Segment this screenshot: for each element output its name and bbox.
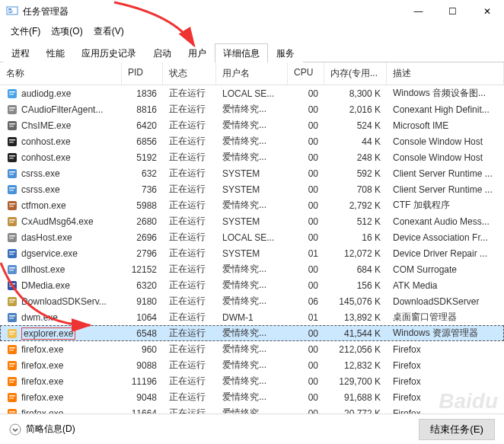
cell-name: CxAudMsg64.exe — [0, 214, 122, 229]
cell-desc: Device Association Fr... — [387, 231, 504, 244]
tab-startup[interactable]: 启动 — [145, 43, 180, 62]
cell-name: audiodg.exe — [0, 86, 122, 101]
cell-cpu: 00 — [288, 343, 324, 356]
svg-rect-44 — [9, 299, 15, 301]
process-row[interactable]: DMedia.exe6320正在运行爱情终究...00156 KATK Medi… — [0, 277, 504, 293]
process-row[interactable]: ctfmon.exe5988正在运行爱情终究...002,792 KCTF 加载… — [0, 197, 504, 213]
minimize-button[interactable]: — — [401, 0, 435, 23]
cell-pid: 12152 — [122, 263, 163, 276]
process-row[interactable]: CAudioFilterAgent...8816正在运行爱情终究...002,0… — [0, 101, 504, 117]
process-name: audiodg.exe — [21, 88, 71, 99]
cell-name: firefox.exe — [0, 342, 122, 357]
header-pid[interactable]: PID — [122, 62, 163, 85]
process-row[interactable]: CxAudMsg64.exe2680正在运行SYSTEM00512 KConex… — [0, 213, 504, 229]
process-row[interactable]: dwm.exe1064正在运行DWM-10113,892 K桌面窗口管理器 — [0, 309, 504, 325]
svg-rect-63 — [9, 398, 14, 399]
svg-rect-32 — [9, 235, 15, 237]
tab-details[interactable]: 详细信息 — [215, 43, 268, 62]
cell-mem: 41,544 K — [324, 327, 387, 340]
cell-status: 正在运行 — [163, 101, 216, 117]
cell-desc: Client Server Runtime ... — [387, 183, 504, 196]
cell-mem: 16 K — [324, 231, 387, 244]
cell-status: 正在运行 — [163, 133, 216, 149]
svg-rect-2 — [8, 11, 13, 11]
header-memory[interactable]: 内存(专用... — [324, 62, 387, 85]
cell-name: firefox.exe — [0, 374, 122, 389]
tab-performance[interactable]: 性能 — [38, 43, 73, 62]
cell-name: dllhost.exe — [0, 262, 122, 277]
cell-status: 正在运行 — [163, 325, 216, 341]
process-icon — [6, 391, 18, 404]
cell-desc: CTF 加载程序 — [387, 197, 504, 213]
svg-rect-57 — [9, 366, 14, 367]
cell-status: 正在运行 — [163, 277, 216, 293]
process-row[interactable]: dgservice.exe2796正在运行SYSTEM0112,072 KDev… — [0, 245, 504, 261]
brief-info-toggle[interactable]: 简略信息(D) — [9, 423, 75, 436]
svg-rect-51 — [9, 334, 14, 335]
tab-services[interactable]: 服务 — [268, 43, 303, 62]
cell-user: DWM-1 — [216, 311, 288, 324]
process-row[interactable]: dllhost.exe12152正在运行爱情终究...00684 KCOM Su… — [0, 261, 504, 277]
process-name: CxAudMsg64.exe — [21, 216, 94, 227]
process-row[interactable]: explorer.exe6548正在运行爱情终究...0041,544 KWin… — [0, 325, 504, 341]
cell-status: 正在运行 — [163, 309, 216, 325]
cell-mem: 512 K — [324, 215, 387, 228]
process-row[interactable]: DownloadSDKServ...9180正在运行爱情终究...06145,0… — [0, 293, 504, 309]
cell-status: 正在运行 — [163, 293, 216, 309]
cell-status: 正在运行 — [163, 357, 216, 373]
process-icon — [6, 88, 18, 100]
tab-app-history[interactable]: 应用历史记录 — [73, 43, 145, 62]
cell-pid: 5192 — [122, 151, 163, 165]
svg-rect-14 — [9, 139, 15, 141]
process-row[interactable]: firefox.exe9048正在运行爱情终究...0091,688 KFire… — [0, 389, 504, 405]
svg-rect-48 — [9, 318, 14, 319]
header-user[interactable]: 用户名 — [216, 62, 288, 85]
process-row[interactable]: firefox.exe9088正在运行爱情终究...0012,832 KFire… — [0, 357, 504, 373]
svg-rect-20 — [9, 171, 15, 173]
cell-user: 爱情终究... — [216, 389, 288, 405]
cell-pid: 2696 — [122, 231, 163, 244]
process-row[interactable]: conhost.exe5192正在运行爱情终究...00248 KConsole… — [0, 149, 504, 165]
tab-users[interactable]: 用户 — [180, 43, 215, 62]
cell-mem: 12,072 K — [324, 247, 387, 260]
process-row[interactable]: audiodg.exe1836正在运行LOCAL SE...008,300 KW… — [0, 85, 504, 101]
cell-cpu: 00 — [288, 87, 324, 101]
header-cpu[interactable]: CPU — [288, 62, 324, 85]
cell-desc: Conexant High Definit... — [387, 103, 504, 117]
cell-name: dasHost.exe — [0, 230, 122, 245]
process-name: DownloadSDKServ... — [21, 296, 107, 307]
process-icon — [6, 295, 18, 308]
maximize-button[interactable]: ☐ — [435, 0, 470, 23]
process-row[interactable]: firefox.exe960正在运行爱情终究...00212,056 KFire… — [0, 341, 504, 357]
process-name: csrss.exe — [21, 168, 60, 179]
header-description[interactable]: 描述 — [387, 62, 504, 85]
menu-options[interactable]: 选项(O) — [46, 24, 87, 40]
svg-rect-36 — [9, 254, 14, 255]
process-icon — [6, 152, 18, 164]
process-row[interactable]: conhost.exe6856正在运行爱情终究...0044 KConsole … — [0, 133, 504, 149]
header-name[interactable]: 名称 — [0, 62, 122, 85]
svg-rect-35 — [9, 251, 15, 253]
menu-view[interactable]: 查看(V) — [89, 24, 129, 40]
cell-status: 正在运行 — [163, 389, 216, 405]
header-status[interactable]: 状态 — [163, 62, 216, 85]
end-task-button[interactable]: 结束任务(E) — [419, 419, 495, 440]
cell-name: ctfmon.exe — [0, 198, 122, 213]
menu-file[interactable]: 文件(F) — [6, 24, 45, 40]
cell-desc: DownloadSDKServer — [387, 295, 504, 308]
cell-status: 正在运行 — [163, 165, 216, 181]
process-row[interactable]: csrss.exe632正在运行SYSTEM00592 KClient Serv… — [0, 165, 504, 181]
app-icon — [6, 5, 18, 18]
process-row[interactable]: firefox.exe11196正在运行爱情终究...00129,700 KFi… — [0, 373, 504, 389]
process-row[interactable]: dasHost.exe2696正在运行LOCAL SE...0016 KDevi… — [0, 229, 504, 245]
cell-cpu: 01 — [288, 247, 324, 260]
process-row[interactable]: ChsIME.exe6420正在运行爱情终究...00524 KMicrosof… — [0, 117, 504, 133]
menu-bar: 文件(F) 选项(O) 查看(V) — [0, 23, 504, 40]
svg-rect-29 — [9, 219, 15, 221]
chevron-down-icon — [9, 423, 21, 436]
cell-cpu: 00 — [288, 199, 324, 212]
close-button[interactable]: ✕ — [470, 0, 504, 23]
process-row[interactable]: csrss.exe736正在运行SYSTEM00708 KClient Serv… — [0, 181, 504, 197]
cell-desc: Firefox — [387, 343, 504, 356]
tab-processes[interactable]: 进程 — [3, 43, 38, 62]
